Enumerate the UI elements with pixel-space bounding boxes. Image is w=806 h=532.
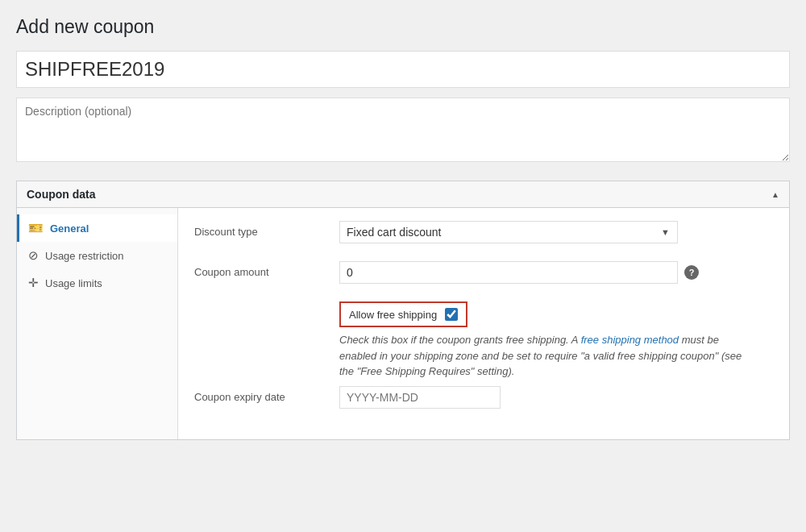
discount-type-row: Discount type Percentage discount Fixed … bbox=[194, 221, 773, 248]
tab-general-label: General bbox=[50, 222, 89, 235]
tab-usage-restriction-label: Usage restriction bbox=[45, 250, 124, 262]
coupon-data-body: 🎫 General ⊘ Usage restriction ✛ Usage li… bbox=[17, 208, 789, 439]
coupon-expiry-value bbox=[339, 386, 773, 409]
allow-free-shipping-row: Allow free shipping Check this box if th… bbox=[194, 301, 773, 380]
coupon-data-title: Coupon data bbox=[27, 188, 96, 201]
allow-free-shipping-box: Allow free shipping bbox=[339, 301, 467, 327]
discount-type-value: Percentage discount Fixed cart discount … bbox=[339, 221, 773, 243]
coupon-amount-row: Coupon amount ? bbox=[194, 261, 773, 289]
restriction-icon: ⊘ bbox=[28, 248, 39, 263]
allow-free-shipping-label-col bbox=[194, 301, 339, 306]
description-textarea[interactable] bbox=[16, 98, 790, 162]
page-container: Add new coupon Coupon data ▲ 🎫 General ⊘… bbox=[16, 16, 790, 440]
tab-usage-limits-label: Usage limits bbox=[45, 277, 102, 289]
coupon-amount-label: Coupon amount bbox=[194, 261, 339, 278]
coupon-expiry-input[interactable] bbox=[339, 386, 501, 409]
allow-free-shipping-checkbox[interactable] bbox=[445, 308, 458, 321]
coupon-amount-value: ? bbox=[339, 261, 773, 284]
discount-type-select[interactable]: Percentage discount Fixed cart discount … bbox=[339, 221, 678, 243]
help-icon[interactable]: ? bbox=[684, 265, 699, 280]
free-shipping-method-link[interactable]: free shipping method bbox=[581, 334, 679, 346]
coupon-data-box: Coupon data ▲ 🎫 General ⊘ Usage restrict… bbox=[16, 181, 790, 440]
ticket-icon: 🎫 bbox=[28, 221, 44, 235]
tab-usage-restriction[interactable]: ⊘ Usage restriction bbox=[17, 242, 177, 269]
limits-icon: ✛ bbox=[28, 276, 39, 290]
coupon-expiry-row: Coupon expiry date bbox=[194, 386, 773, 414]
discount-type-select-wrapper: Percentage discount Fixed cart discount … bbox=[339, 221, 678, 243]
coupon-amount-input[interactable] bbox=[339, 261, 678, 284]
coupon-fields: Discount type Percentage discount Fixed … bbox=[178, 208, 789, 439]
coupon-code-input[interactable] bbox=[16, 51, 790, 88]
coupon-data-header: Coupon data ▲ bbox=[17, 181, 789, 208]
collapse-icon[interactable]: ▲ bbox=[771, 190, 779, 199]
tab-usage-limits[interactable]: ✛ Usage limits bbox=[17, 269, 177, 297]
tab-general[interactable]: 🎫 General bbox=[17, 214, 177, 242]
coupon-expiry-label: Coupon expiry date bbox=[194, 386, 339, 403]
discount-type-label: Discount type bbox=[194, 221, 339, 238]
allow-free-shipping-value: Allow free shipping Check this box if th… bbox=[339, 301, 773, 380]
allow-free-shipping-label: Allow free shipping bbox=[349, 309, 437, 321]
page-title: Add new coupon bbox=[16, 16, 790, 38]
coupon-tabs: 🎫 General ⊘ Usage restriction ✛ Usage li… bbox=[17, 208, 178, 439]
free-shipping-description: Check this box if the coupon grants free… bbox=[339, 332, 758, 380]
